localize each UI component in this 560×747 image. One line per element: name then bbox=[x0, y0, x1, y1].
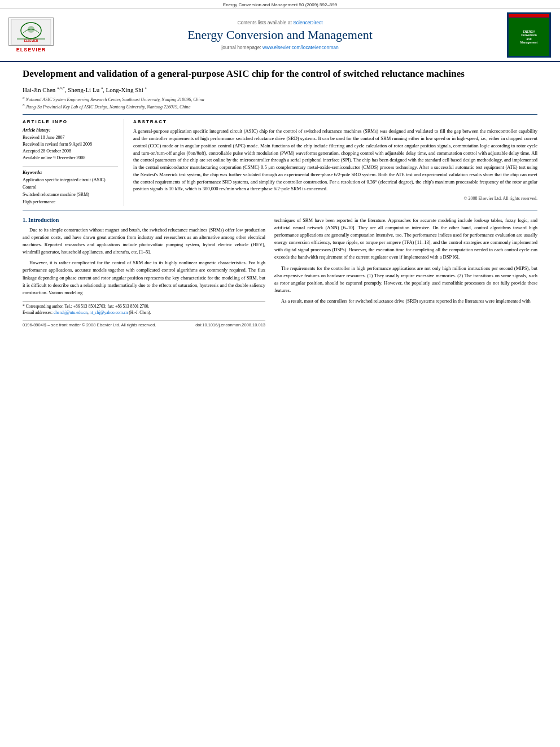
keyword-3: Switched reluctance machine (SRM) bbox=[23, 191, 118, 199]
copyright-line: © 2008 Elsevier Ltd. All rights reserved… bbox=[133, 196, 537, 201]
main-content: Development and validation of a general-… bbox=[0, 62, 560, 333]
footnote-corresponding: * Corresponding author. Tel.: +86 513 85… bbox=[23, 304, 265, 310]
intro-p2-text: However, it is rather complicated for th… bbox=[23, 259, 265, 296]
intro-section-label: Introduction bbox=[28, 217, 59, 223]
history-accepted: Accepted 28 October 2008 bbox=[23, 148, 118, 155]
journal-header-text: Energy Conversion and Management 50 (200… bbox=[223, 2, 337, 7]
authors-line: Hai-Jin Chen a,b,*, Sheng-Li Lu a, Long-… bbox=[23, 86, 537, 93]
sciencedirect-link[interactable]: ScienceDirect bbox=[293, 20, 322, 25]
footnote-email-label: E-mail addresses: bbox=[23, 310, 53, 315]
body-right-column: techniques of SRM have been reported in … bbox=[274, 217, 537, 328]
page-footer: 0196-8904/$ – see front matter © 2008 El… bbox=[23, 320, 265, 327]
intro-section-title: 1. Introduction bbox=[23, 217, 265, 223]
footer-issn: 0196-8904/$ – see front matter © 2008 El… bbox=[23, 322, 156, 327]
footnote-area: * Corresponding author. Tel.: +86 513 85… bbox=[23, 301, 265, 316]
article-info-heading: ARTICLE INFO bbox=[23, 119, 118, 124]
banner-right: ENERGYConversionandManagement bbox=[504, 12, 554, 58]
intro-paragraph-1: Due to its simple construction without m… bbox=[23, 226, 265, 256]
journal-title-banner: Energy Conversion and Management bbox=[187, 28, 373, 42]
svg-text:ELSEVIER: ELSEVIER bbox=[24, 39, 38, 42]
right-p1-text: techniques of SRM have been reported in … bbox=[274, 217, 537, 260]
cover-title: ENERGYConversionandManagement bbox=[520, 30, 538, 45]
footnote-email-suffix: (H.-J. Chen). bbox=[128, 310, 151, 315]
homepage-label: journal homepage: bbox=[221, 45, 261, 50]
affil-label-a: a bbox=[23, 95, 25, 100]
history-available: Available online 9 December 2008 bbox=[23, 155, 118, 161]
footnote-email2-link[interactable]: nt_chj@yahoo.com.cn bbox=[90, 310, 128, 315]
journal-banner: ELSEVIER ELSEVIER Contents lists availab… bbox=[0, 9, 560, 62]
keyword-1: Application specific integrated circuit … bbox=[23, 177, 118, 184]
author-sup-c: a bbox=[145, 86, 147, 90]
elsevier-logo-box: ELSEVIER bbox=[8, 18, 54, 46]
journal-homepage-line: journal homepage: www.elsevier.com/locat… bbox=[221, 45, 338, 50]
right-paragraph-1: techniques of SRM have been reported in … bbox=[274, 217, 537, 261]
page-wrapper: Energy Conversion and Management 50 (200… bbox=[0, 0, 560, 747]
banner-center: Contents lists available at ScienceDirec… bbox=[61, 12, 499, 58]
author-sup-b: a bbox=[101, 86, 103, 90]
sciencedirect-line: Contents lists available at ScienceDirec… bbox=[237, 20, 322, 25]
affil-label-b: b bbox=[23, 103, 25, 107]
body-section: 1. Introduction Due to its simple constr… bbox=[23, 217, 537, 328]
article-title: Development and validation of a general-… bbox=[23, 68, 537, 80]
affiliations: a National ASIC System Engineering Resea… bbox=[23, 95, 537, 110]
right-paragraph-2: The requirements for the controller in h… bbox=[274, 265, 537, 295]
intro-p1-text: Due to its simple construction without m… bbox=[23, 226, 265, 256]
history-received: Received 18 June 2007 bbox=[23, 134, 118, 141]
intro-section-number: 1. bbox=[23, 217, 27, 223]
right-paragraph-3: As a result, most of the controllers for… bbox=[274, 298, 537, 305]
article-info-column: ARTICLE INFO Article history: Received 1… bbox=[23, 119, 124, 206]
right-p2-text: The requirements for the controller in h… bbox=[274, 265, 537, 295]
abstract-heading: ABSTRACT bbox=[133, 119, 537, 124]
cover-red-stripe bbox=[509, 14, 549, 18]
elsevier-brand-text: ELSEVIER bbox=[16, 47, 46, 53]
article-history-label: Article history: bbox=[23, 128, 118, 133]
keywords-heading: Keywords: bbox=[23, 170, 118, 175]
keywords-section: Keywords: Application specific integrate… bbox=[23, 166, 118, 206]
footer-doi: doi:10.1016/j.enconman.2008.10.013 bbox=[195, 322, 265, 327]
affil-b: Jiang-Su Provincial Key Lab of ASIC Desi… bbox=[26, 104, 191, 109]
author-sup-a: a,b,* bbox=[57, 86, 65, 90]
footnote-email1-link[interactable]: chen.hj@ntu.edu.cn bbox=[54, 310, 88, 315]
article-info-abstract-section: ARTICLE INFO Article history: Received 1… bbox=[23, 114, 537, 211]
right-p3-text: As a result, most of the controllers for… bbox=[274, 298, 537, 305]
keyword-4: High performance bbox=[23, 199, 118, 206]
journal-homepage-link[interactable]: www.elsevier.com/locate/enconman bbox=[262, 45, 339, 50]
footnote-email: E-mail addresses: chen.hj@ntu.edu.cn, nt… bbox=[23, 310, 265, 316]
banner-left: ELSEVIER ELSEVIER bbox=[6, 12, 56, 58]
body-left-column: 1. Introduction Due to its simple constr… bbox=[23, 217, 265, 328]
intro-paragraph-2: However, it is rather complicated for th… bbox=[23, 259, 265, 296]
history-revised: Received in revised form 9 April 2008 bbox=[23, 141, 118, 148]
journal-header-bar: Energy Conversion and Management 50 (200… bbox=[0, 0, 560, 9]
abstract-column: ABSTRACT A general-purpose application s… bbox=[133, 119, 537, 206]
affil-a: National ASIC System Engineering Researc… bbox=[26, 97, 204, 102]
contents-label: Contents lists available at bbox=[237, 20, 291, 25]
keyword-2: Control bbox=[23, 184, 118, 191]
abstract-text: A general-purpose application specific i… bbox=[133, 128, 537, 193]
cover-green-area: ENERGYConversionandManagement bbox=[509, 18, 549, 56]
journal-cover-image: ENERGYConversionandManagement bbox=[507, 12, 551, 58]
